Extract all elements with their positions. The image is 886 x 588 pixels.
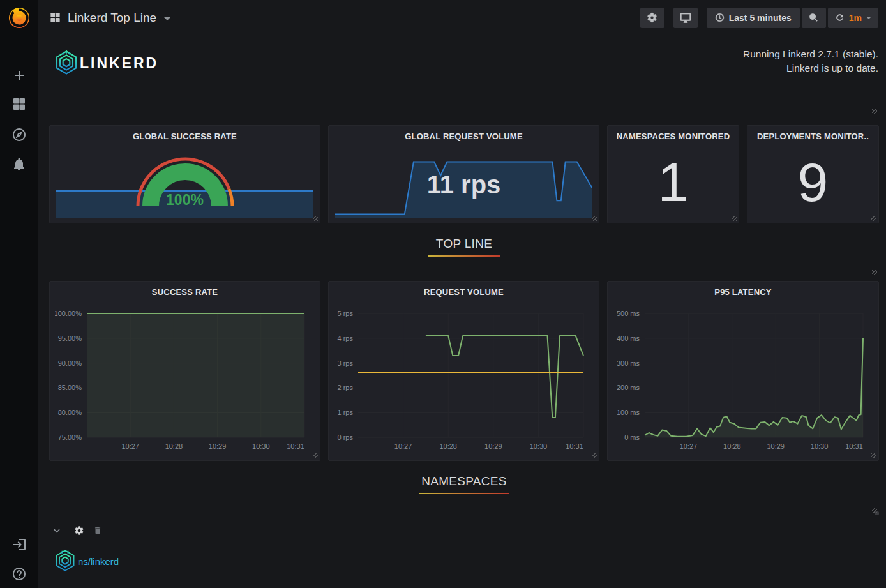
section-underline	[419, 493, 509, 494]
svg-text:0 rps: 0 rps	[338, 433, 354, 441]
panel-title[interactable]: GLOBAL SUCCESS RATE	[50, 132, 320, 141]
request-volume-value: 11 rps	[329, 170, 599, 199]
panel-global-request-volume: GLOBAL REQUEST VOLUME 11 rps	[328, 125, 599, 223]
linkerd-logo-icon	[54, 50, 79, 75]
svg-text:10:31: 10:31	[287, 442, 304, 450]
row-settings-button[interactable]	[74, 525, 84, 536]
namespace-link[interactable]: ns/linkerd	[78, 556, 119, 567]
alerting-bell-icon[interactable]	[11, 156, 27, 172]
panel-global-success-rate: GLOBAL SUCCESS RATE 100%	[49, 125, 320, 223]
zoom-out-button[interactable]	[802, 8, 826, 28]
p95-latency-chart: 500 ms400 ms300 ms200 ms100 ms0 ms10:271…	[613, 305, 873, 455]
gauge-value: 100%	[131, 192, 239, 209]
panel-title[interactable]: DEPLOYMENTS MONITOR..	[747, 132, 878, 141]
status-line-1: Running Linkerd 2.7.1 (stable).	[743, 47, 878, 61]
panel-resize-handle[interactable]	[871, 216, 876, 221]
chevron-down-icon	[52, 526, 61, 535]
dashboards-icon[interactable]	[11, 96, 27, 112]
svg-text:300 ms: 300 ms	[617, 359, 640, 367]
svg-text:90.00%: 90.00%	[58, 359, 82, 367]
help-icon[interactable]	[11, 566, 27, 582]
grafana-logo-icon	[6, 5, 32, 31]
dashboard-grid-icon	[49, 11, 61, 24]
svg-text:80.00%: 80.00%	[58, 409, 82, 416]
linkerd-logo	[54, 50, 79, 75]
svg-text:10:28: 10:28	[723, 442, 741, 450]
svg-text:2 rps: 2 rps	[338, 384, 354, 391]
deployments-count: 9	[747, 149, 878, 215]
section-underline	[428, 255, 500, 257]
panel-p95-latency-chart: P95 LATENCY 500 ms400 ms300 ms200 ms100 …	[607, 281, 879, 461]
svg-text:95.00%: 95.00%	[58, 335, 82, 342]
cycle-view-button[interactable]	[673, 8, 698, 28]
svg-text:10:28: 10:28	[439, 442, 457, 450]
svg-text:4 rps: 4 rps	[338, 335, 354, 342]
panel-title[interactable]: NAMESPACES MONITORED	[608, 132, 739, 141]
section-title: TOP LINE	[49, 237, 879, 251]
time-range-label: Last 5 minutes	[729, 13, 792, 23]
panel-success-rate-chart: SUCCESS RATE 100.00%95.00%90.00%85.00%80…	[49, 281, 320, 461]
svg-text:10:27: 10:27	[121, 442, 139, 450]
svg-text:400 ms: 400 ms	[617, 335, 640, 342]
section-title: NAMESPACES	[49, 474, 879, 488]
panel-title[interactable]: GLOBAL REQUEST VOLUME	[329, 132, 599, 141]
svg-text:10:30: 10:30	[530, 442, 548, 450]
gear-icon	[74, 525, 84, 536]
panel-resize-handle[interactable]	[732, 216, 737, 221]
navbar-actions: Last 5 minutes 1m	[640, 8, 878, 28]
svg-text:10:30: 10:30	[252, 442, 270, 450]
sign-in-icon[interactable]	[11, 537, 27, 552]
svg-text:75.00%: 75.00%	[58, 433, 82, 441]
svg-text:500 ms: 500 ms	[617, 310, 640, 317]
navbar: Linkerd Top Line Last 5 minutes	[38, 0, 886, 35]
panel-resize-handle[interactable]	[872, 508, 877, 513]
success-rate-chart: 100.00%95.00%90.00%85.00%80.00%75.00%10:…	[55, 305, 315, 455]
dashboard-title[interactable]: Linkerd Top Line	[49, 11, 170, 25]
panel-resize-handle[interactable]	[313, 216, 318, 221]
panel-title[interactable]: P95 LATENCY	[608, 287, 878, 297]
create-icon[interactable]	[11, 68, 27, 83]
panel-namespaces-monitored: NAMESPACES MONITORED 1	[607, 125, 739, 223]
title-caret-icon	[164, 17, 170, 20]
grafana-dashboard: Linkerd Top Line Last 5 minutes	[0, 0, 886, 588]
panel-resize-handle[interactable]	[871, 453, 876, 458]
row-delete-button[interactable]	[93, 526, 102, 535]
panel-request-volume-chart: REQUEST VOLUME 5 rps4 rps3 rps2 rps1 rps…	[328, 281, 599, 461]
svg-text:5 rps: 5 rps	[338, 310, 354, 317]
panel-resize-handle[interactable]	[313, 453, 318, 458]
dashboard-settings-button[interactable]	[640, 8, 664, 28]
panel-resize-handle[interactable]	[592, 216, 597, 221]
svg-text:10:27: 10:27	[680, 442, 698, 450]
explore-icon[interactable]	[11, 127, 27, 142]
linkerd-wordmark: LINKERD	[80, 55, 158, 72]
svg-text:85.00%: 85.00%	[58, 384, 82, 391]
time-range-picker[interactable]: Last 5 minutes	[707, 8, 800, 28]
refresh-picker[interactable]: 1m	[828, 8, 878, 28]
clock-icon	[715, 13, 725, 22]
section-header-top-line: TOP LINE	[49, 232, 879, 277]
svg-text:10:29: 10:29	[209, 442, 227, 450]
svg-text:10:27: 10:27	[394, 442, 412, 450]
panel-resize-handle[interactable]	[592, 453, 597, 458]
panel-title[interactable]: SUCCESS RATE	[50, 287, 320, 297]
panel-resize-handle[interactable]	[872, 109, 877, 114]
linkerd-logo-icon	[54, 549, 77, 572]
gear-icon	[647, 12, 657, 23]
panel-title[interactable]: REQUEST VOLUME	[329, 287, 599, 297]
svg-text:10:31: 10:31	[845, 442, 863, 450]
section-header-namespaces: NAMESPACES	[49, 470, 879, 515]
refresh-interval-label: 1m	[849, 13, 862, 23]
svg-text:0 ms: 0 ms	[624, 433, 640, 441]
svg-text:10:29: 10:29	[767, 442, 785, 450]
svg-text:10:29: 10:29	[484, 442, 502, 450]
svg-text:10:30: 10:30	[811, 442, 829, 450]
grafana-logo[interactable]	[6, 5, 32, 31]
status-line-2: Linkerd is up to date.	[743, 61, 878, 75]
row-collapse-button[interactable]	[52, 526, 61, 535]
panel-resize-handle[interactable]	[872, 270, 877, 275]
success-rate-gauge: 100%	[131, 151, 239, 210]
sidebar	[0, 0, 38, 588]
linkerd-logo-small	[54, 549, 77, 572]
svg-text:1 rps: 1 rps	[338, 409, 354, 416]
header-text-panel: LINKERD Running Linkerd 2.7.1 (stable). …	[49, 38, 879, 116]
